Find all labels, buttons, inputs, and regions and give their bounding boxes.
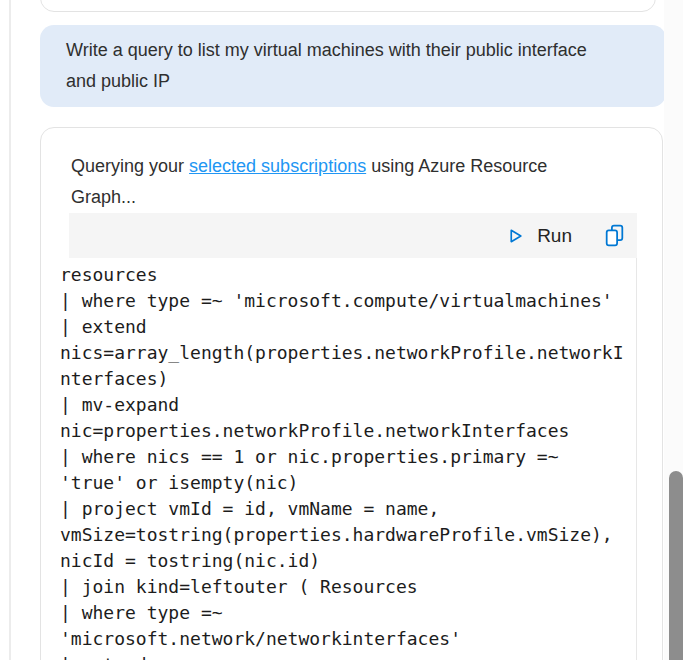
vertical-scrollbar[interactable]	[664, 0, 683, 660]
user-message-bubble: Write a query to list my virtual machine…	[40, 25, 666, 107]
assistant-response-card: Querying your selected subscriptions usi…	[40, 127, 663, 660]
intro-prefix: Querying your	[71, 156, 189, 176]
query-intro-text: Querying your selected subscriptions usi…	[71, 151, 571, 213]
selected-subscriptions-link[interactable]: selected subscriptions	[189, 156, 366, 176]
copy-icon	[602, 223, 627, 248]
user-message-text: Write a query to list my virtual machine…	[66, 35, 611, 97]
copilot-chat-panel: Write a query to list my virtual machine…	[0, 0, 683, 660]
panel-left-divider	[9, 0, 11, 660]
code-block: Run resources | where type =~ 'microsoft…	[59, 213, 637, 660]
play-icon	[505, 226, 525, 246]
copy-button[interactable]	[602, 223, 627, 248]
code-toolbar: Run	[69, 213, 637, 258]
kusto-query-code: resources | where type =~ 'microsoft.com…	[59, 258, 637, 660]
scrollbar-thumb[interactable]	[669, 471, 683, 660]
previous-card-partial	[40, 0, 656, 12]
run-button-label: Run	[537, 225, 572, 247]
run-button[interactable]: Run	[505, 225, 572, 247]
